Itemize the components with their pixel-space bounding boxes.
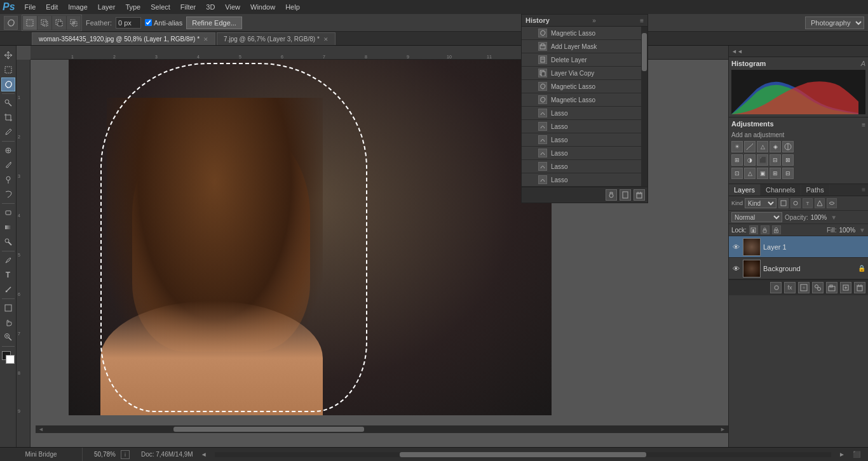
history-item-4[interactable]: Magnetic Lasso bbox=[522, 80, 648, 93]
layers-link-btn[interactable] bbox=[770, 282, 782, 293]
history-brush-tool[interactable] bbox=[1, 187, 15, 201]
background-color[interactable] bbox=[6, 355, 15, 364]
layers-mask-btn[interactable] bbox=[798, 282, 810, 293]
layers-adjustment-btn[interactable] bbox=[812, 282, 824, 293]
clone-stamp-tool[interactable] bbox=[1, 173, 15, 187]
history-item-0[interactable]: Magnetic Lasso bbox=[522, 27, 648, 40]
layer-1-name[interactable]: Background bbox=[763, 265, 855, 272]
shape-tool[interactable] bbox=[1, 301, 15, 315]
move-tool[interactable] bbox=[1, 48, 15, 62]
adj-photo-icon[interactable]: ⬛ bbox=[757, 154, 768, 166]
subtract-selection-btn[interactable] bbox=[52, 16, 66, 30]
adj-curves-icon[interactable] bbox=[744, 141, 756, 152]
horizontal-scrollbar[interactable]: ◄ ► bbox=[36, 425, 728, 433]
history-item-7[interactable]: Lasso bbox=[522, 120, 648, 133]
blend-mode-select[interactable]: Normal bbox=[731, 212, 782, 222]
history-new-doc-btn[interactable] bbox=[620, 189, 631, 201]
layers-tab-layers[interactable]: Layers bbox=[729, 184, 761, 196]
layers-kind-select[interactable]: Kind bbox=[745, 198, 776, 208]
lock-pixel-btn[interactable] bbox=[749, 225, 758, 234]
adj-colorlookup-icon[interactable]: ⊟ bbox=[770, 154, 781, 166]
adj-channel-icon[interactable]: ⊟ bbox=[782, 168, 794, 179]
layers-new-btn[interactable] bbox=[840, 282, 851, 293]
status-scroll-left[interactable]: ◄ bbox=[201, 451, 207, 458]
lock-all-btn[interactable] bbox=[772, 225, 781, 234]
adj-bw-icon[interactable]: ◑ bbox=[744, 154, 756, 166]
layer-0-visibility[interactable]: 👁 bbox=[731, 243, 740, 251]
heal-tool[interactable] bbox=[1, 144, 15, 157]
history-menu-btn[interactable]: ≡ bbox=[640, 17, 644, 24]
anti-alias-checkbox[interactable] bbox=[145, 19, 152, 26]
layers-filter-pixel[interactable] bbox=[778, 198, 789, 208]
horizontal-scrollbar-thumb[interactable] bbox=[173, 427, 364, 432]
add-selection-btn[interactable] bbox=[37, 16, 51, 30]
new-selection-btn[interactable] bbox=[23, 16, 37, 30]
tab-1-close[interactable]: ✕ bbox=[323, 36, 329, 43]
hand-tool[interactable] bbox=[1, 316, 15, 330]
history-collapse-btn[interactable]: » bbox=[592, 17, 596, 24]
feather-input[interactable] bbox=[116, 17, 141, 29]
adj-vibrance-icon[interactable]: ◈ bbox=[770, 141, 781, 152]
history-scrollbar-thumb[interactable] bbox=[642, 33, 647, 71]
layers-filter-shape[interactable] bbox=[815, 198, 825, 208]
opacity-dropdown[interactable]: ▼ bbox=[831, 214, 837, 221]
adj-invert-icon[interactable]: ⊠ bbox=[782, 154, 794, 166]
history-item-10[interactable]: Lasso bbox=[522, 160, 648, 173]
marquee-tool[interactable] bbox=[1, 63, 15, 77]
adj-colorbalance-icon[interactable]: ⊞ bbox=[731, 154, 743, 166]
adj-posterize-icon[interactable]: ⊡ bbox=[731, 168, 743, 179]
layers-delete-btn[interactable] bbox=[854, 282, 865, 293]
menu-layer[interactable]: Layer bbox=[93, 2, 120, 12]
menu-window[interactable]: Window bbox=[246, 2, 280, 12]
history-snapshot-btn[interactable] bbox=[606, 189, 617, 201]
fill-dropdown[interactable]: ▼ bbox=[859, 227, 865, 234]
history-item-5[interactable]: Magnetic Lasso bbox=[522, 93, 648, 107]
layer-row-0[interactable]: 👁 Layer 1 bbox=[729, 236, 868, 258]
scroll-left-arrow[interactable]: ◄ bbox=[36, 426, 46, 432]
canvas-image[interactable] bbox=[69, 60, 552, 415]
bottom-scrollbar-thumb[interactable] bbox=[400, 452, 646, 457]
scroll-right-arrow[interactable]: ► bbox=[717, 426, 728, 432]
history-item-9[interactable]: Lasso bbox=[522, 147, 648, 160]
lock-position-btn[interactable] bbox=[761, 225, 770, 234]
history-delete-btn[interactable] bbox=[634, 189, 645, 201]
layer-row-1[interactable]: 👁 Background 🔒 bbox=[729, 258, 868, 279]
brush-tool[interactable] bbox=[1, 158, 15, 172]
workspace-select[interactable]: Photography bbox=[805, 17, 864, 29]
bottom-scrollbar[interactable] bbox=[215, 452, 832, 457]
gradient-tool[interactable] bbox=[1, 220, 15, 234]
eraser-tool[interactable] bbox=[1, 206, 15, 220]
layers-style-btn[interactable]: fx bbox=[784, 282, 796, 293]
mini-bridge-btn[interactable]: Mini Bridge bbox=[0, 448, 83, 462]
panel-collapse-btn[interactable]: ◄◄ bbox=[731, 48, 743, 55]
tab-0[interactable]: woman-3584435_1920.jpg @ 50,8% (Layer 1,… bbox=[32, 32, 215, 45]
history-item-3[interactable]: Layer Via Copy bbox=[522, 67, 648, 80]
status-scroll-right[interactable]: ► bbox=[839, 451, 845, 458]
menu-edit[interactable]: Edit bbox=[41, 2, 62, 12]
history-item-2[interactable]: Delete Layer bbox=[522, 53, 648, 67]
layers-filter-type[interactable]: T bbox=[803, 198, 813, 208]
status-expand-btn[interactable]: ⬛ bbox=[850, 451, 863, 458]
path-select-tool[interactable] bbox=[1, 283, 15, 297]
layers-group-btn[interactable] bbox=[826, 282, 837, 293]
menu-view[interactable]: View bbox=[220, 2, 245, 12]
menu-help[interactable]: Help bbox=[281, 2, 304, 12]
histogram-icon[interactable]: A bbox=[861, 60, 865, 67]
eyedropper-tool[interactable] bbox=[1, 125, 15, 139]
intersect-selection-btn[interactable] bbox=[67, 16, 81, 30]
menu-select[interactable]: Select bbox=[146, 2, 175, 12]
refine-edge-button[interactable]: Refine Edge... bbox=[186, 17, 242, 29]
history-scrollbar[interactable] bbox=[641, 27, 648, 187]
adj-selective-icon[interactable]: ⊞ bbox=[770, 168, 781, 179]
menu-image[interactable]: Image bbox=[64, 2, 92, 12]
layers-tab-paths[interactable]: Paths bbox=[801, 184, 830, 196]
adj-threshold-icon[interactable]: △ bbox=[744, 168, 756, 179]
adj-gradient-map-icon[interactable]: ▣ bbox=[757, 168, 768, 179]
quick-select-tool[interactable] bbox=[1, 96, 15, 110]
layers-tab-channels[interactable]: Channels bbox=[761, 184, 801, 196]
layers-filter-smart[interactable] bbox=[827, 198, 837, 208]
menu-file[interactable]: File bbox=[20, 2, 41, 12]
history-item-11[interactable]: Lasso bbox=[522, 173, 648, 187]
layers-filter-adjust[interactable] bbox=[790, 198, 801, 208]
status-info-icon[interactable]: i bbox=[121, 450, 130, 459]
